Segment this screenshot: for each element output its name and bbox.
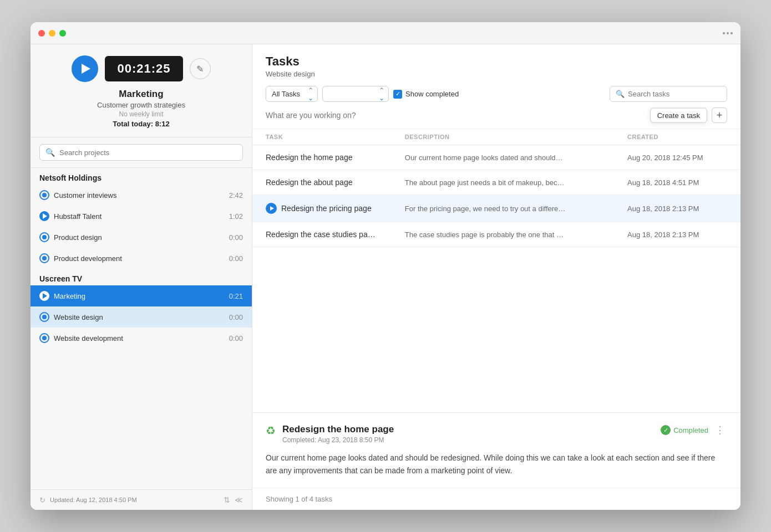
project-name-label: Product design [54, 233, 225, 242]
play-icon [82, 64, 90, 74]
task-detail-completed-date: Completed: Aug 23, 2018 8:50 PM [282, 436, 654, 444]
tasks-header: Tasks Website design All Tasks ⌃⌄ ⌃⌄ [252, 44, 740, 102]
task-detail-status: ✓ Completed ⋮ [661, 424, 727, 436]
task-description: For the pricing page, we need to try out… [405, 204, 627, 213]
sidebar-footer: ↻ Updated: Aug 12, 2018 4:50 PM ⇅ ≪ [31, 489, 252, 510]
new-task-row: + Create a task [252, 102, 740, 129]
task-name-cell: Redesign the pricing page [266, 203, 405, 214]
task-name: Redesign the pricing page [281, 204, 372, 213]
project-time: 0:00 [229, 313, 243, 321]
maximize-button[interactable] [59, 30, 66, 37]
more-options-icon[interactable]: ⋮ [713, 424, 727, 436]
task-name-cell: Redesign the home page [266, 153, 405, 162]
project-time: 0:00 [229, 334, 243, 342]
search-tasks-icon: 🔍 [616, 90, 625, 98]
create-task-hint: Create a task [650, 108, 707, 123]
right-panel: Tasks Website design All Tasks ⌃⌄ ⌃⌄ [252, 44, 740, 510]
task-play-icon [266, 203, 277, 214]
project-name-label: Hubstaff Talent [54, 212, 225, 221]
task-created: Aug 18, 2018 2:13 PM [627, 231, 727, 239]
task-name: Redesign the home page [266, 153, 352, 162]
edit-icon: ✎ [196, 64, 204, 74]
app-window: 00:21:25 ✎ Marketing Customer growth str… [31, 22, 740, 510]
minimize-button[interactable] [49, 30, 55, 37]
task-name: Redesign the case studies pa… [266, 230, 376, 239]
completed-label: Completed [673, 426, 708, 434]
filter2-select[interactable] [322, 86, 389, 102]
settings-icon[interactable]: ⇅ [224, 495, 230, 504]
project-name: Marketing [97, 89, 185, 100]
group-header-uscreen: Uscreen TV [31, 269, 252, 285]
titlebar [31, 22, 740, 44]
timer-controls: 00:21:25 ✎ [39, 55, 243, 82]
project-icon-playing [39, 291, 49, 301]
project-item-sub-active[interactable]: Website design 0:00 [31, 306, 252, 328]
search-tasks-input[interactable] [628, 90, 721, 98]
task-created: Aug 20, 2018 12:45 PM [627, 154, 727, 162]
recycle-icon: ♻ [266, 424, 276, 437]
task-detail-title: Redesign the home page [282, 424, 654, 435]
main-layout: 00:21:25 ✎ Marketing Customer growth str… [31, 44, 740, 510]
project-item[interactable]: Website development 0:00 [31, 328, 252, 349]
search-projects-wrap: 🔍 [39, 144, 243, 161]
project-desc: Customer growth strategies [97, 101, 185, 109]
project-total: Total today: 8:12 [97, 120, 185, 128]
project-icon-playing [39, 211, 49, 221]
project-time: 2:42 [229, 191, 243, 200]
close-button[interactable] [38, 30, 45, 37]
tasks-footer: Showing 1 of 4 tasks [252, 488, 740, 510]
filter-select-wrap: All Tasks ⌃⌄ [266, 86, 318, 102]
project-time: 1:02 [229, 212, 243, 221]
task-description: The case studies page is probably the on… [405, 231, 627, 239]
tasks-table-header: TASK DESCRIPTION CREATED [252, 129, 740, 145]
project-icon [39, 190, 49, 200]
timer-display: 00:21:25 [105, 56, 182, 81]
updated-text: Updated: Aug 12, 2018 4:50 PM [50, 497, 137, 503]
table-row[interactable]: Redesign the home page Our current home … [252, 145, 740, 170]
titlebar-menu-icon[interactable] [723, 32, 733, 34]
table-row[interactable]: Redesign the case studies pa… The case s… [252, 222, 740, 247]
project-time: 0:21 [229, 292, 243, 300]
search-projects-input[interactable] [59, 149, 237, 157]
task-name-cell: Redesign the case studies pa… [266, 230, 405, 239]
tasks-toolbar: All Tasks ⌃⌄ ⌃⌄ ✓ Show com [266, 86, 727, 102]
table-row[interactable]: Redesign the about page The about page j… [252, 170, 740, 195]
collapse-icon[interactable]: ≪ [235, 495, 243, 504]
filter2-select-wrap: ⌃⌄ [322, 86, 389, 102]
task-created: Aug 18, 2018 4:51 PM [627, 178, 727, 187]
project-name-label: Website design [54, 313, 225, 321]
project-item-active[interactable]: Marketing 0:21 [31, 285, 252, 306]
add-task-button[interactable]: + [712, 108, 727, 123]
project-item[interactable]: Customer inteviews 2:42 [31, 185, 252, 206]
new-task-input[interactable] [266, 111, 707, 120]
task-name: Redesign the about page [266, 178, 352, 187]
project-icon [39, 333, 49, 343]
edit-button[interactable]: ✎ [190, 58, 211, 79]
project-name-label: Product development [54, 254, 225, 263]
search-icon: 🔍 [45, 148, 55, 157]
project-item[interactable]: Product development 0:00 [31, 248, 252, 269]
timer-section: 00:21:25 ✎ Marketing Customer growth str… [31, 44, 252, 137]
project-icon [39, 253, 49, 263]
project-name-label: Customer inteviews [54, 191, 225, 200]
project-name-label: Marketing [54, 292, 225, 300]
completed-check-icon: ✓ [661, 425, 671, 435]
tasks-table: TASK DESCRIPTION CREATED Redesign the ho… [252, 129, 740, 412]
project-item[interactable]: Product design 0:00 [31, 227, 252, 248]
filter-select[interactable]: All Tasks [266, 86, 318, 102]
play-button[interactable] [72, 55, 98, 82]
task-description: The about page just needs a bit of makeu… [405, 178, 627, 187]
task-name-cell: Redesign the about page [266, 178, 405, 187]
project-item[interactable]: Hubstaff Talent 1:02 [31, 206, 252, 227]
table-row-active[interactable]: Redesign the pricing page For the pricin… [252, 195, 740, 222]
refresh-icon[interactable]: ↻ [39, 496, 45, 504]
column-task: TASK [266, 134, 405, 140]
column-description: DESCRIPTION [405, 134, 627, 140]
project-icon [39, 312, 49, 322]
show-completed-toggle[interactable]: ✓ Show completed [393, 90, 459, 99]
project-name-label: Website development [54, 334, 225, 342]
project-time: 0:00 [229, 233, 243, 242]
task-description: Our current home page looks dated and sh… [405, 154, 627, 162]
show-completed-label: Show completed [405, 90, 459, 98]
search-projects-section: 🔍 [31, 137, 252, 168]
